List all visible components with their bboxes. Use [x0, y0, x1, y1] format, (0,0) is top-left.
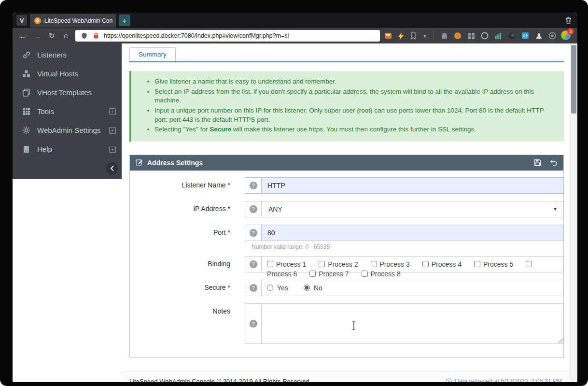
reader-book-icon[interactable]: [384, 31, 392, 40]
bookmark-icon[interactable]: [409, 31, 418, 40]
form-row-secure: Secure * Yes No: [130, 280, 563, 296]
expand-plus-icon[interactable]: [109, 127, 116, 134]
help-button[interactable]: [245, 178, 262, 193]
chart-extension-icon[interactable]: [493, 31, 503, 41]
listener-name-input[interactable]: [262, 178, 563, 193]
book-icon: [22, 144, 31, 154]
sidebar-item-tools[interactable]: Tools: [13, 102, 122, 121]
browser-tab-active[interactable]: LiteSpeed WebAdmin Con: [30, 14, 116, 28]
browser-tab-bar: V LiteSpeed WebAdmin Con: [13, 13, 577, 28]
question-icon: [250, 229, 257, 237]
help-button[interactable]: [245, 257, 262, 272]
checkbox-label: Process 2: [328, 260, 358, 268]
sidebar-item-vhost-templates[interactable]: VHost Templates: [13, 83, 122, 102]
ghost-extension-icon[interactable]: [439, 31, 449, 41]
profile-avatar[interactable]: 2: [561, 30, 573, 41]
sidebar-item-virtual-hosts[interactable]: Virtual Hosts: [13, 64, 122, 83]
reload-button[interactable]: [46, 30, 57, 41]
sidebar-item-webadmin-settings[interactable]: WebAdmin Settings: [13, 121, 122, 140]
url-input[interactable]: [104, 32, 376, 39]
target-extension-icon[interactable]: [547, 31, 557, 41]
vertical-scrollbar[interactable]: [570, 43, 577, 382]
checkbox-label: Process 4: [432, 260, 462, 268]
binding-checkbox-process-5[interactable]: [474, 261, 480, 267]
disc-extension-icon[interactable]: [480, 31, 490, 41]
binding-checkbox-process-4[interactable]: [422, 261, 429, 267]
help-button[interactable]: [245, 201, 262, 217]
window-menu-icon[interactable]: V: [16, 15, 27, 26]
sidebar-item-label: Virtual Hosts: [37, 70, 116, 78]
scrollbar-thumb[interactable]: [571, 45, 576, 114]
page-body: Listeners Virtual Hosts VHost Templates: [13, 43, 577, 382]
field-label: Secure *: [130, 280, 245, 296]
tracking-shield-icon[interactable]: [80, 31, 88, 40]
checkbox-label: Process 5: [483, 260, 513, 268]
panel-title: Address Settings: [147, 159, 203, 167]
field-label: IP Address *: [130, 201, 245, 217]
checkbox-label: Process 6: [267, 270, 297, 278]
binding-checkbox-process-7[interactable]: [309, 271, 316, 277]
binding-checkbox-process-3[interactable]: [371, 261, 377, 267]
lightning-icon[interactable]: [396, 31, 405, 40]
secure-radio-yes[interactable]: [267, 285, 273, 291]
copy-icon: [22, 88, 31, 97]
binding-checkbox-process-6[interactable]: [526, 261, 532, 267]
secure-radio-no[interactable]: [304, 285, 310, 291]
binding-checkbox-process-1[interactable]: [267, 261, 273, 267]
edit-icon: [136, 158, 143, 167]
checkbox-label: Process 1: [276, 260, 306, 268]
info-bullet: Input a unique port number on this IP fo…: [154, 106, 555, 124]
form-row-ip-address: IP Address * ANY: [130, 201, 563, 217]
undo-icon[interactable]: [550, 159, 558, 166]
text-cursor-icon: [351, 321, 356, 332]
radio-label: Yes: [277, 284, 288, 292]
ip-address-select[interactable]: ANY: [262, 205, 563, 213]
info-message-box: Give listener a name that is easy to und…: [129, 71, 564, 142]
back-button[interactable]: [17, 30, 28, 41]
binding-checkbox-process-2[interactable]: [319, 261, 325, 267]
clock-icon: [446, 378, 452, 382]
grid-extension-icon[interactable]: [466, 31, 476, 41]
question-icon: [250, 260, 257, 268]
markup-extension-icon[interactable]: [520, 31, 530, 41]
field-label: Binding: [130, 256, 245, 272]
expand-plus-icon[interactable]: [109, 146, 116, 153]
info-bullet-text: will make this listener use https. You m…: [231, 126, 476, 133]
port-input[interactable]: [262, 225, 563, 241]
trash-icon[interactable]: [563, 15, 574, 26]
grid-icon: [22, 107, 31, 116]
help-button[interactable]: [245, 280, 262, 296]
dropdown-caret-icon[interactable]: [421, 33, 428, 39]
selected-option: ANY: [268, 205, 282, 213]
binding-checkbox-process-8[interactable]: [362, 271, 368, 277]
home-button[interactable]: [61, 30, 71, 41]
checkbox-label: Process 3: [380, 260, 410, 268]
tab-summary[interactable]: Summary: [129, 47, 176, 61]
help-button[interactable]: [245, 225, 262, 241]
notes-textarea[interactable]: [262, 304, 563, 343]
sidebar-rail: Listeners Virtual Hosts VHost Templates: [13, 43, 122, 382]
panel-header: Address Settings: [130, 155, 563, 171]
cookie-extension-icon[interactable]: [453, 31, 462, 41]
insecure-lock-icon[interactable]: [92, 31, 100, 40]
user-extension-icon[interactable]: [534, 31, 544, 41]
collapse-sidebar-button[interactable]: [106, 162, 118, 174]
sidebar-item-help[interactable]: Help: [13, 140, 122, 158]
new-tab-button[interactable]: [119, 14, 130, 26]
expand-plus-icon[interactable]: [109, 108, 116, 115]
info-bullet: Give listener a name that is easy to und…: [154, 77, 555, 86]
help-button[interactable]: [245, 304, 262, 343]
sidebar-collapse-row: [13, 158, 122, 174]
sidebar-item-label: VHost Templates: [37, 88, 116, 97]
main-column: Summary Give listener a name that is eas…: [122, 43, 570, 382]
binding-checkbox-group: Process 1 Process 2 Process 3 Process 4 …: [262, 257, 563, 272]
moon-extension-icon[interactable]: [507, 31, 517, 41]
forward-button[interactable]: [32, 30, 42, 41]
question-icon: [250, 182, 257, 189]
info-bullet-text: Select an IP address from the list, if y…: [154, 88, 534, 104]
sidebar-item-listeners[interactable]: Listeners: [13, 45, 122, 64]
save-icon[interactable]: [534, 159, 541, 166]
desktop-frame: V LiteSpeed WebAdmin Con: [0, 0, 588, 386]
url-bar[interactable]: [75, 30, 380, 42]
field-label: Port *: [130, 225, 245, 241]
